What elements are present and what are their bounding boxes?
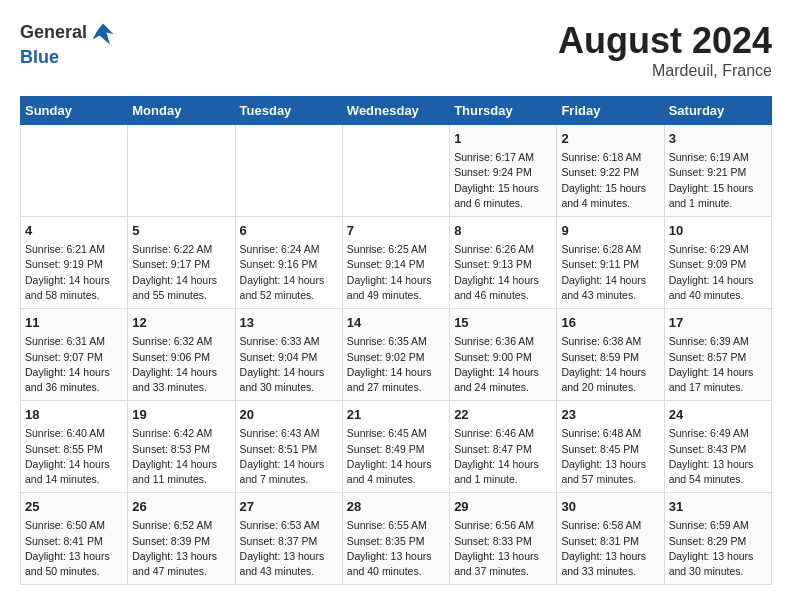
day-number: 31 bbox=[669, 498, 767, 516]
month-year: August 2024 bbox=[558, 20, 772, 62]
day-number: 10 bbox=[669, 222, 767, 240]
cell-content: Sunrise: 6:18 AMSunset: 9:22 PMDaylight:… bbox=[561, 150, 659, 211]
header-friday: Friday bbox=[557, 97, 664, 125]
calendar-cell: 1Sunrise: 6:17 AMSunset: 9:24 PMDaylight… bbox=[450, 125, 557, 217]
location: Mardeuil, France bbox=[558, 62, 772, 80]
header-tuesday: Tuesday bbox=[235, 97, 342, 125]
day-number: 30 bbox=[561, 498, 659, 516]
day-number: 2 bbox=[561, 130, 659, 148]
calendar-cell: 29Sunrise: 6:56 AMSunset: 8:33 PMDayligh… bbox=[450, 493, 557, 585]
calendar-cell: 4Sunrise: 6:21 AMSunset: 9:19 PMDaylight… bbox=[21, 217, 128, 309]
title-block: August 2024 Mardeuil, France bbox=[558, 20, 772, 80]
cell-content: Sunrise: 6:56 AMSunset: 8:33 PMDaylight:… bbox=[454, 518, 552, 579]
logo-general-text: General bbox=[20, 20, 117, 48]
calendar-cell: 15Sunrise: 6:36 AMSunset: 9:00 PMDayligh… bbox=[450, 309, 557, 401]
calendar-cell: 13Sunrise: 6:33 AMSunset: 9:04 PMDayligh… bbox=[235, 309, 342, 401]
day-number: 1 bbox=[454, 130, 552, 148]
cell-content: Sunrise: 6:21 AMSunset: 9:19 PMDaylight:… bbox=[25, 242, 123, 303]
cell-content: Sunrise: 6:25 AMSunset: 9:14 PMDaylight:… bbox=[347, 242, 445, 303]
day-number: 29 bbox=[454, 498, 552, 516]
week-row-5: 25Sunrise: 6:50 AMSunset: 8:41 PMDayligh… bbox=[21, 493, 772, 585]
calendar-header-row: Sunday Monday Tuesday Wednesday Thursday… bbox=[21, 97, 772, 125]
cell-content: Sunrise: 6:49 AMSunset: 8:43 PMDaylight:… bbox=[669, 426, 767, 487]
calendar-cell bbox=[342, 125, 449, 217]
calendar-cell bbox=[235, 125, 342, 217]
cell-content: Sunrise: 6:52 AMSunset: 8:39 PMDaylight:… bbox=[132, 518, 230, 579]
calendar-cell: 26Sunrise: 6:52 AMSunset: 8:39 PMDayligh… bbox=[128, 493, 235, 585]
day-number: 13 bbox=[240, 314, 338, 332]
cell-content: Sunrise: 6:32 AMSunset: 9:06 PMDaylight:… bbox=[132, 334, 230, 395]
day-number: 24 bbox=[669, 406, 767, 424]
calendar-cell: 28Sunrise: 6:55 AMSunset: 8:35 PMDayligh… bbox=[342, 493, 449, 585]
day-number: 12 bbox=[132, 314, 230, 332]
calendar-cell: 8Sunrise: 6:26 AMSunset: 9:13 PMDaylight… bbox=[450, 217, 557, 309]
cell-content: Sunrise: 6:45 AMSunset: 8:49 PMDaylight:… bbox=[347, 426, 445, 487]
cell-content: Sunrise: 6:46 AMSunset: 8:47 PMDaylight:… bbox=[454, 426, 552, 487]
week-row-1: 1Sunrise: 6:17 AMSunset: 9:24 PMDaylight… bbox=[21, 125, 772, 217]
page-header: General Blue August 2024 Mardeuil, Franc… bbox=[20, 20, 772, 80]
calendar-cell bbox=[128, 125, 235, 217]
week-row-3: 11Sunrise: 6:31 AMSunset: 9:07 PMDayligh… bbox=[21, 309, 772, 401]
day-number: 14 bbox=[347, 314, 445, 332]
calendar-cell: 14Sunrise: 6:35 AMSunset: 9:02 PMDayligh… bbox=[342, 309, 449, 401]
cell-content: Sunrise: 6:58 AMSunset: 8:31 PMDaylight:… bbox=[561, 518, 659, 579]
day-number: 5 bbox=[132, 222, 230, 240]
header-monday: Monday bbox=[128, 97, 235, 125]
day-number: 19 bbox=[132, 406, 230, 424]
calendar-cell: 5Sunrise: 6:22 AMSunset: 9:17 PMDaylight… bbox=[128, 217, 235, 309]
cell-content: Sunrise: 6:43 AMSunset: 8:51 PMDaylight:… bbox=[240, 426, 338, 487]
calendar-cell: 21Sunrise: 6:45 AMSunset: 8:49 PMDayligh… bbox=[342, 401, 449, 493]
svg-marker-0 bbox=[93, 24, 114, 45]
cell-content: Sunrise: 6:38 AMSunset: 8:59 PMDaylight:… bbox=[561, 334, 659, 395]
calendar-cell bbox=[21, 125, 128, 217]
day-number: 27 bbox=[240, 498, 338, 516]
calendar-cell: 19Sunrise: 6:42 AMSunset: 8:53 PMDayligh… bbox=[128, 401, 235, 493]
cell-content: Sunrise: 6:19 AMSunset: 9:21 PMDaylight:… bbox=[669, 150, 767, 211]
cell-content: Sunrise: 6:35 AMSunset: 9:02 PMDaylight:… bbox=[347, 334, 445, 395]
calendar-cell: 16Sunrise: 6:38 AMSunset: 8:59 PMDayligh… bbox=[557, 309, 664, 401]
calendar-cell: 24Sunrise: 6:49 AMSunset: 8:43 PMDayligh… bbox=[664, 401, 771, 493]
day-number: 11 bbox=[25, 314, 123, 332]
calendar-cell: 22Sunrise: 6:46 AMSunset: 8:47 PMDayligh… bbox=[450, 401, 557, 493]
cell-content: Sunrise: 6:55 AMSunset: 8:35 PMDaylight:… bbox=[347, 518, 445, 579]
cell-content: Sunrise: 6:33 AMSunset: 9:04 PMDaylight:… bbox=[240, 334, 338, 395]
cell-content: Sunrise: 6:36 AMSunset: 9:00 PMDaylight:… bbox=[454, 334, 552, 395]
logo-blue-text: Blue bbox=[20, 48, 117, 68]
calendar-cell: 10Sunrise: 6:29 AMSunset: 9:09 PMDayligh… bbox=[664, 217, 771, 309]
day-number: 26 bbox=[132, 498, 230, 516]
day-number: 17 bbox=[669, 314, 767, 332]
day-number: 22 bbox=[454, 406, 552, 424]
calendar-cell: 25Sunrise: 6:50 AMSunset: 8:41 PMDayligh… bbox=[21, 493, 128, 585]
week-row-4: 18Sunrise: 6:40 AMSunset: 8:55 PMDayligh… bbox=[21, 401, 772, 493]
header-thursday: Thursday bbox=[450, 97, 557, 125]
cell-content: Sunrise: 6:42 AMSunset: 8:53 PMDaylight:… bbox=[132, 426, 230, 487]
cell-content: Sunrise: 6:17 AMSunset: 9:24 PMDaylight:… bbox=[454, 150, 552, 211]
cell-content: Sunrise: 6:40 AMSunset: 8:55 PMDaylight:… bbox=[25, 426, 123, 487]
header-sunday: Sunday bbox=[21, 97, 128, 125]
cell-content: Sunrise: 6:26 AMSunset: 9:13 PMDaylight:… bbox=[454, 242, 552, 303]
logo-bird-icon bbox=[89, 20, 117, 48]
calendar-cell: 23Sunrise: 6:48 AMSunset: 8:45 PMDayligh… bbox=[557, 401, 664, 493]
day-number: 20 bbox=[240, 406, 338, 424]
cell-content: Sunrise: 6:48 AMSunset: 8:45 PMDaylight:… bbox=[561, 426, 659, 487]
calendar-cell: 18Sunrise: 6:40 AMSunset: 8:55 PMDayligh… bbox=[21, 401, 128, 493]
calendar-cell: 3Sunrise: 6:19 AMSunset: 9:21 PMDaylight… bbox=[664, 125, 771, 217]
calendar-cell: 9Sunrise: 6:28 AMSunset: 9:11 PMDaylight… bbox=[557, 217, 664, 309]
day-number: 23 bbox=[561, 406, 659, 424]
cell-content: Sunrise: 6:24 AMSunset: 9:16 PMDaylight:… bbox=[240, 242, 338, 303]
cell-content: Sunrise: 6:59 AMSunset: 8:29 PMDaylight:… bbox=[669, 518, 767, 579]
day-number: 7 bbox=[347, 222, 445, 240]
cell-content: Sunrise: 6:31 AMSunset: 9:07 PMDaylight:… bbox=[25, 334, 123, 395]
day-number: 6 bbox=[240, 222, 338, 240]
header-wednesday: Wednesday bbox=[342, 97, 449, 125]
day-number: 15 bbox=[454, 314, 552, 332]
calendar-cell: 30Sunrise: 6:58 AMSunset: 8:31 PMDayligh… bbox=[557, 493, 664, 585]
calendar-cell: 12Sunrise: 6:32 AMSunset: 9:06 PMDayligh… bbox=[128, 309, 235, 401]
calendar-cell: 31Sunrise: 6:59 AMSunset: 8:29 PMDayligh… bbox=[664, 493, 771, 585]
day-number: 25 bbox=[25, 498, 123, 516]
calendar-cell: 27Sunrise: 6:53 AMSunset: 8:37 PMDayligh… bbox=[235, 493, 342, 585]
day-number: 9 bbox=[561, 222, 659, 240]
cell-content: Sunrise: 6:29 AMSunset: 9:09 PMDaylight:… bbox=[669, 242, 767, 303]
calendar-cell: 7Sunrise: 6:25 AMSunset: 9:14 PMDaylight… bbox=[342, 217, 449, 309]
logo: General Blue bbox=[20, 20, 117, 68]
